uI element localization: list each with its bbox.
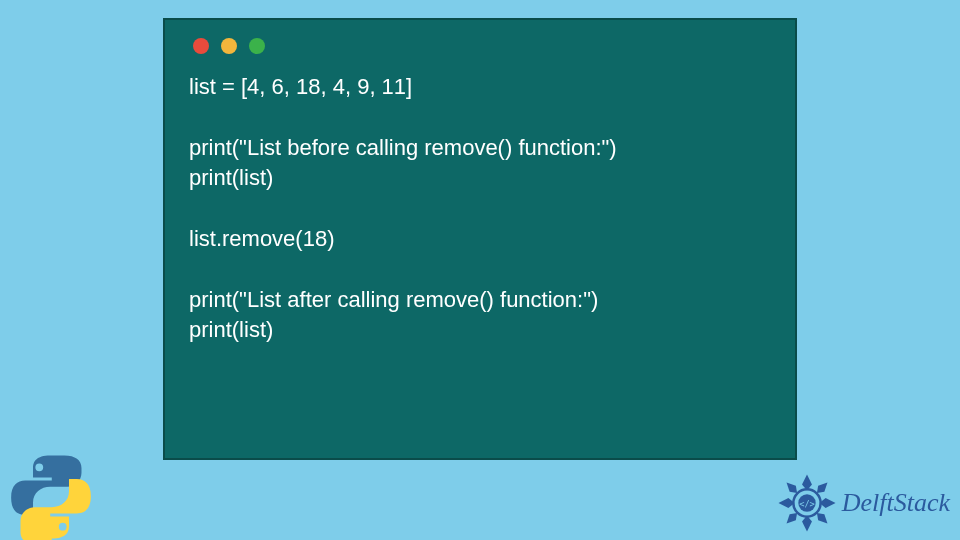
python-logo-icon — [8, 454, 94, 540]
code-content: list = [4, 6, 18, 4, 9, 11] print("List … — [189, 72, 771, 345]
window-controls — [189, 38, 771, 54]
code-line: print(list) — [189, 165, 273, 190]
brand-name: DelftStack — [842, 488, 950, 518]
code-line: list = [4, 6, 18, 4, 9, 11] — [189, 74, 412, 99]
maximize-icon — [249, 38, 265, 54]
code-line: print(list) — [189, 317, 273, 342]
svg-text:</>: </> — [799, 499, 815, 509]
code-line: print("List before calling remove() func… — [189, 135, 617, 160]
delftstack-mandala-icon: </> — [776, 472, 838, 534]
minimize-icon — [221, 38, 237, 54]
code-window: list = [4, 6, 18, 4, 9, 11] print("List … — [163, 18, 797, 460]
code-line: print("List after calling remove() funct… — [189, 287, 598, 312]
brand-badge: </> DelftStack — [776, 472, 950, 534]
close-icon — [193, 38, 209, 54]
code-line: list.remove(18) — [189, 226, 334, 251]
